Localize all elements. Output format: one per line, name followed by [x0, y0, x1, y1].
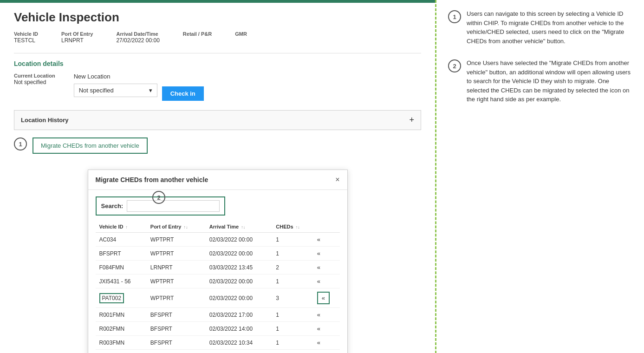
port-of-entry-cell: WPTPRT: [147, 233, 206, 247]
top-bar: [0, 0, 435, 3]
cheds-cell: 1: [272, 322, 313, 336]
table-row: R003FMNBFSPRT02/03/2022 10:341«: [96, 336, 340, 350]
arrival-time-cell: 02/03/2022 00:00: [206, 275, 273, 288]
meta-row: Vehicle ID TESTCL Port Of Entry LRNPRT A…: [14, 31, 421, 44]
vehicle-id-cell: F084FMN: [96, 261, 147, 275]
gmr-label: GMR: [235, 31, 247, 37]
port-of-entry-cell: BFSPRT: [147, 322, 206, 336]
sort-port-icon[interactable]: ↑↓: [183, 225, 188, 229]
page-title: Vehicle Inspection: [14, 10, 421, 25]
arrival-datetime-value: 27/02/2022 00:00: [116, 37, 159, 44]
sort-cheds-icon[interactable]: ↑↓: [296, 225, 300, 229]
new-location-selected: Not specified: [79, 87, 114, 94]
arrival-datetime-label: Arrival Date/Time: [116, 31, 159, 37]
sort-arrival-icon[interactable]: ↑↓: [241, 225, 245, 229]
migrate-modal: Migrate CHEDs from another vehicle × Sea…: [88, 170, 348, 353]
cheds-cell: 1: [272, 233, 313, 247]
action-cell: «: [313, 288, 340, 308]
new-location-label: New Location: [74, 73, 204, 80]
current-location-value: Not specified: [14, 79, 46, 85]
table-row: BFSPRTWPTPRT02/03/2022 00:001«: [96, 247, 340, 261]
annotation-circle: 2: [448, 59, 461, 72]
location-history-expand-button[interactable]: +: [409, 115, 414, 125]
action-cell: «: [313, 336, 340, 350]
cheds-cell: 1: [272, 275, 313, 288]
modal-overlay: 2 Migrate CHEDs from another vehicle × S…: [14, 170, 421, 353]
col-arrival-time: Arrival Time ↑↓: [206, 221, 273, 233]
annotation-item: 1Users can navigate to this screen by se…: [448, 9, 632, 46]
port-of-entry-cell: LRNPRT: [147, 261, 206, 275]
location-row: Current Location Not specified New Locat…: [14, 73, 421, 101]
annotation-text: Once Users have selected the "Migrate CH…: [467, 59, 632, 104]
cheds-cell: 1: [272, 336, 313, 350]
table-row: F084FMNLRNPRT03/03/2022 13:452«: [96, 261, 340, 275]
modal-body: Search: Vehicle ID ↑ Port of Entry ↑↓: [88, 190, 347, 353]
search-input[interactable]: [127, 200, 220, 212]
port-of-entry-value: LRNPRT: [61, 37, 84, 44]
section-divider: [14, 53, 421, 53]
arrival-time-cell: 02/03/2022 00:00: [206, 247, 273, 261]
sort-vehicle-id-icon[interactable]: ↑: [126, 225, 128, 229]
vehicle-id-cell: JXI5431 - 56: [96, 275, 147, 288]
action-cell: «: [313, 233, 340, 247]
new-location-wrapper: New Location Not specified ▾ Check in: [74, 73, 204, 101]
vehicle-id-cell: R002FMN: [96, 322, 147, 336]
vehicle-id-meta: Vehicle ID TESTCL: [14, 31, 38, 44]
location-history-bar: Location History +: [14, 110, 421, 130]
annotation-circle: 1: [448, 10, 461, 23]
arrival-datetime-meta: Arrival Date/Time 27/02/2022 00:00: [116, 31, 159, 44]
left-panel: Vehicle Inspection Vehicle ID TESTCL Por…: [0, 0, 436, 353]
arrival-time-cell: 03/03/2022 13:45: [206, 261, 273, 275]
port-of-entry-cell: BFSPRT: [147, 336, 206, 350]
gmr-meta: GMR: [235, 31, 247, 44]
migrate-row-button[interactable]: «: [317, 236, 320, 243]
search-label: Search:: [101, 203, 124, 209]
new-location-dropdown[interactable]: Not specified ▾: [74, 84, 157, 97]
vehicle-id-cell: AC034: [96, 233, 147, 247]
table-row: PAT002WPTPRT02/03/2022 00:003«: [96, 288, 340, 308]
vehicles-table: Vehicle ID ↑ Port of Entry ↑↓ Arrival Ti…: [96, 221, 340, 350]
col-vehicle-id: Vehicle ID ↑: [96, 221, 147, 233]
right-panel: 1Users can navigate to this screen by se…: [436, 0, 644, 353]
migrate-row-button[interactable]: «: [317, 339, 320, 346]
migrate-row-button[interactable]: «: [317, 264, 320, 271]
migrate-row-button[interactable]: «: [317, 325, 320, 332]
vehicle-id-label: Vehicle ID: [14, 31, 38, 37]
action-cell: «: [313, 275, 340, 288]
migrate-row-button[interactable]: «: [317, 278, 320, 285]
cheds-cell: 2: [272, 261, 313, 275]
col-cheds: CHEDs ↑↓: [272, 221, 313, 233]
step2-circle: 2: [152, 191, 165, 204]
arrival-time-cell: 02/03/2022 10:34: [206, 336, 273, 350]
migrate-cheds-button[interactable]: Migrate CHEDs from another vehicle: [33, 137, 148, 154]
action-cell: «: [313, 247, 340, 261]
vehicle-id-cell: PAT002: [96, 288, 147, 308]
table-row: R001FMNBFSPRT02/03/2022 17:001«: [96, 308, 340, 322]
port-of-entry-cell: WPTPRT: [147, 275, 206, 288]
action-cell: «: [313, 308, 340, 322]
migrate-row-button[interactable]: «: [317, 250, 320, 257]
retail-meta: Retail / P&R: [183, 31, 212, 44]
col-action: [313, 221, 340, 233]
vehicle-id-value: TESTCL: [14, 37, 35, 44]
step1-circle: 1: [14, 137, 27, 150]
location-details-title: Location details: [14, 60, 421, 67]
dropdown-arrow-icon: ▾: [149, 87, 152, 94]
arrival-time-cell: 02/03/2022 17:00: [206, 308, 273, 322]
port-of-entry-cell: BFSPRT: [147, 308, 206, 322]
vehicle-id-cell: BFSPRT: [96, 247, 147, 261]
port-of-entry-cell: WPTPRT: [147, 288, 206, 308]
checkin-button[interactable]: Check in: [162, 86, 204, 101]
migrate-row-button[interactable]: «: [317, 292, 330, 304]
migrate-row-button[interactable]: «: [317, 311, 320, 318]
vehicle-id-cell: R003FMN: [96, 336, 147, 350]
table-row: AC034WPTPRT02/03/2022 00:001«: [96, 233, 340, 247]
modal-close-button[interactable]: ×: [335, 176, 339, 184]
retail-label: Retail / P&R: [183, 31, 212, 37]
modal-title: Migrate CHEDs from another vehicle: [96, 176, 208, 183]
port-of-entry-cell: WPTPRT: [147, 247, 206, 261]
annotation-text: Users can navigate to this screen by sel…: [467, 9, 632, 46]
cheds-cell: 1: [272, 308, 313, 322]
arrival-time-cell: 02/03/2022 14:00: [206, 322, 273, 336]
action-cell: «: [313, 261, 340, 275]
